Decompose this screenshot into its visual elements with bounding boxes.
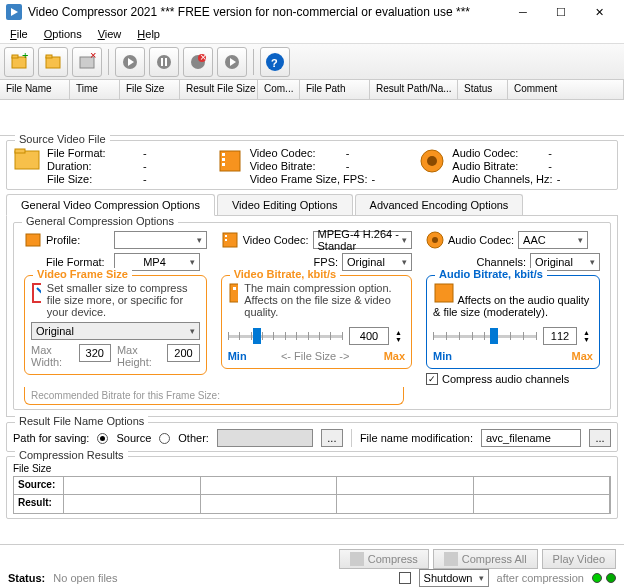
video-bitrate-input[interactable]: 400 bbox=[349, 327, 389, 345]
svg-rect-33 bbox=[225, 239, 227, 241]
status-value: No open files bbox=[53, 572, 117, 584]
svg-rect-38 bbox=[435, 284, 453, 302]
svg-rect-30 bbox=[33, 284, 41, 302]
app-icon bbox=[6, 4, 22, 20]
svg-text:+: + bbox=[22, 53, 28, 61]
frame-size-preset-select[interactable]: Original▾ bbox=[31, 322, 200, 340]
file-icon bbox=[13, 147, 41, 175]
svg-rect-34 bbox=[230, 284, 239, 302]
video-icon bbox=[216, 147, 244, 175]
tab-advanced[interactable]: Advanced Encoding Options bbox=[355, 194, 524, 216]
browse-button[interactable]: ... bbox=[321, 429, 343, 447]
audio-bitrate-slider[interactable] bbox=[433, 326, 537, 346]
svg-rect-6 bbox=[46, 55, 52, 58]
close-button[interactable]: ✕ bbox=[580, 1, 618, 23]
file-list[interactable] bbox=[0, 100, 624, 136]
tab-editing[interactable]: Video Editing Options bbox=[217, 194, 353, 216]
audio-codec-select[interactable]: AAC▾ bbox=[518, 231, 588, 249]
svg-rect-12 bbox=[161, 58, 163, 66]
tab-general[interactable]: General Video Compression Options bbox=[6, 194, 215, 216]
stop-button[interactable]: × bbox=[183, 47, 213, 77]
recommended-bitrate: Recommended Bitrate for this Frame Size: bbox=[24, 387, 404, 405]
open-folder-button[interactable] bbox=[38, 47, 68, 77]
compress-button[interactable]: Compress bbox=[339, 549, 429, 569]
play-button[interactable] bbox=[115, 47, 145, 77]
svg-rect-3 bbox=[12, 55, 18, 58]
svg-text:×: × bbox=[90, 53, 96, 61]
other-path-input[interactable] bbox=[217, 429, 313, 447]
help-button[interactable]: ? bbox=[260, 47, 290, 77]
svg-rect-39 bbox=[350, 552, 364, 566]
resize-icon bbox=[31, 282, 41, 304]
profile-select[interactable]: ▾ bbox=[114, 231, 207, 249]
play-video-button[interactable]: Play Video bbox=[542, 549, 616, 569]
audio-bitrate-input[interactable]: 112 bbox=[543, 327, 577, 345]
audio-bitrate-icon bbox=[433, 282, 455, 304]
compress-audio-check[interactable]: ✓Compress audio channels bbox=[426, 373, 600, 385]
svg-rect-26 bbox=[222, 163, 225, 166]
remove-file-button[interactable]: × bbox=[72, 47, 102, 77]
svg-rect-22 bbox=[15, 149, 25, 153]
status-leds bbox=[592, 573, 616, 583]
svg-rect-24 bbox=[222, 153, 225, 156]
tabpage-general: General Compression Options Profile: ▾ F… bbox=[6, 215, 618, 417]
audio-bitrate-box: Audio Bitrate, kbit/s Affects on the aud… bbox=[426, 275, 600, 369]
svg-text:×: × bbox=[200, 53, 206, 63]
menu-view[interactable]: View bbox=[92, 26, 128, 42]
video-codec-icon bbox=[221, 231, 239, 249]
source-video-section: Source Video File File Format:- Duration… bbox=[6, 140, 618, 190]
video-bitrate-slider[interactable] bbox=[228, 326, 343, 346]
menu-file[interactable]: File bbox=[4, 26, 34, 42]
frame-size-box: Video Frame Size Set smaller size to com… bbox=[24, 275, 207, 375]
menu-options[interactable]: Options bbox=[38, 26, 88, 42]
pause-button[interactable] bbox=[149, 47, 179, 77]
compression-results-section: Compression Results File Size Source: Re… bbox=[6, 456, 618, 519]
svg-rect-25 bbox=[222, 158, 225, 161]
video-bitrate-box: Video Bitrate, kbit/s The main compressi… bbox=[221, 275, 412, 369]
svg-rect-13 bbox=[165, 58, 167, 66]
audio-icon bbox=[418, 147, 446, 175]
video-codec-select[interactable]: MPEG-4 H.264 - Standar▾ bbox=[313, 231, 413, 249]
path-other-radio[interactable] bbox=[159, 433, 170, 444]
svg-rect-5 bbox=[46, 57, 60, 68]
status-label: Status: bbox=[8, 572, 45, 584]
max-height-input[interactable]: 200 bbox=[167, 344, 199, 362]
svg-rect-21 bbox=[15, 151, 39, 169]
bitrate-icon bbox=[228, 282, 239, 304]
svg-rect-29 bbox=[26, 234, 40, 246]
svg-point-11 bbox=[157, 55, 171, 69]
svg-rect-35 bbox=[233, 287, 236, 290]
path-source-radio[interactable] bbox=[97, 433, 108, 444]
audio-codec-icon bbox=[426, 231, 444, 249]
svg-text:?: ? bbox=[271, 57, 278, 69]
shutdown-select[interactable]: Shutdown▾ bbox=[419, 569, 489, 587]
result-file-section: Result File Name Options Path for saving… bbox=[6, 422, 618, 452]
fps-select[interactable]: Original▾ bbox=[342, 253, 412, 271]
filename-mod-select[interactable]: avc_filename bbox=[481, 429, 581, 447]
file-list-header: File Name Time File Size Result File Siz… bbox=[0, 80, 624, 100]
add-file-button[interactable]: + bbox=[4, 47, 34, 77]
svg-rect-40 bbox=[444, 552, 458, 566]
shutdown-check[interactable] bbox=[399, 572, 411, 584]
minimize-button[interactable]: ─ bbox=[504, 1, 542, 23]
maximize-button[interactable]: ☐ bbox=[542, 1, 580, 23]
profile-icon bbox=[24, 231, 42, 249]
max-width-input[interactable]: 320 bbox=[79, 344, 111, 362]
preview-button[interactable] bbox=[217, 47, 247, 77]
svg-rect-32 bbox=[225, 235, 227, 237]
menu-help[interactable]: Help bbox=[131, 26, 166, 42]
svg-point-37 bbox=[432, 237, 438, 243]
window-title: Video Compressor 2021 *** FREE version f… bbox=[28, 5, 504, 19]
filename-mod-more-button[interactable]: ... bbox=[589, 429, 611, 447]
svg-point-28 bbox=[427, 156, 437, 166]
compress-all-button[interactable]: Compress All bbox=[433, 549, 538, 569]
